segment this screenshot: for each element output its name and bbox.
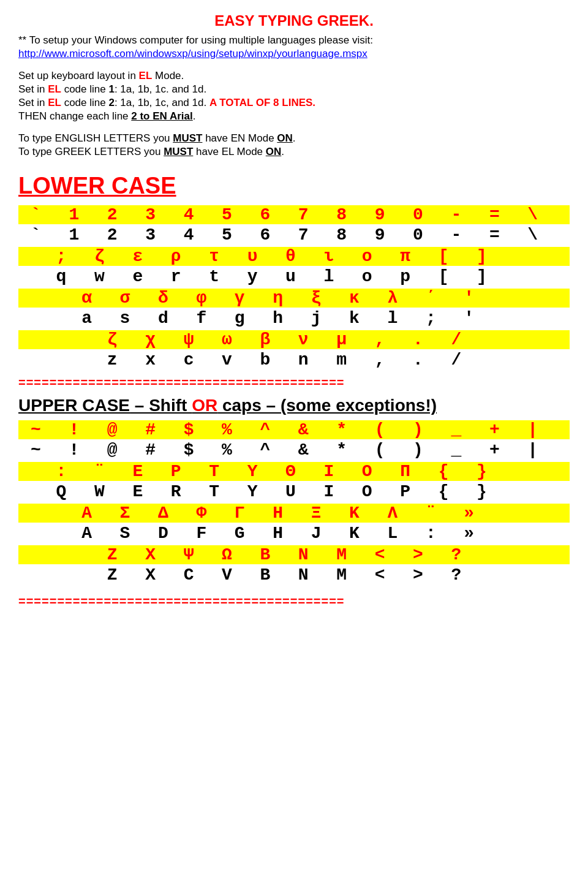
upper-row-pair-zxcv: Ζ Χ Ψ Ω Β Ν Μ < > ? Z X C V B N M < > ?: [18, 545, 570, 584]
upper-case-title: UPPER CASE – Shift OR caps – (some excep…: [18, 396, 570, 415]
lower-yellow-asdf: α σ δ φ γ η ξ κ λ ΄ ': [18, 289, 570, 308]
upper-row-pair-symbols: ~ ! @ # $ % ^ & * ( ) _ + | ~ ! @ # $ % …: [18, 420, 570, 459]
upper-case-rows: ~ ! @ # $ % ^ & * ( ) _ + | ~ ! @ # $ % …: [18, 420, 570, 584]
upper-yellow-asdf: Α Σ Δ Φ Γ Η Ξ Κ Λ ¨ »: [18, 504, 570, 523]
upper-row-pair-qwerty: : ¨ Ε Ρ Τ Υ Θ Ι Ο Π { } Q W E R T Y U I …: [18, 462, 570, 501]
upper-yellow-symbols: ~ ! @ # $ % ^ & * ( ) _ + |: [18, 420, 570, 439]
row-pair-numbers: ` 1 2 3 4 5 6 7 8 9 0 - = \ ` 1 2 3 4 5 …: [18, 205, 570, 244]
page-title: EASY TYPING GREEK.: [18, 12, 570, 29]
row-pair-qwerty: ; ζ ε ρ τ υ θ ι ο π [ ] q w e r t y u l …: [18, 247, 570, 286]
upper-white-zxcv: Z X C V B N M < > ?: [18, 565, 570, 584]
upper-yellow-qwerty: : ¨ Ε Ρ Τ Υ Θ Ι Ο Π { }: [18, 462, 570, 481]
lower-white-numbers: ` 1 2 3 4 5 6 7 8 9 0 - = \: [18, 225, 570, 244]
intro-code-line1: Set in EL code line 1: 1a, 1b, 1c. and 1…: [18, 83, 570, 96]
separator1: ========================================…: [18, 376, 570, 390]
upper-white-qwerty: Q W E R T Y U I O P { }: [18, 482, 570, 501]
intro-el-mode: Set up keyboard layout in EL Mode.: [18, 70, 570, 82]
intro-link[interactable]: http://www.microsoft.com/windowsxp/using…: [18, 48, 368, 59]
lower-case-rows: ` 1 2 3 4 5 6 7 8 9 0 - = \ ` 1 2 3 4 5 …: [18, 205, 570, 369]
row-pair-asdf: α σ δ φ γ η ξ κ λ ΄ ' a s d f g h j k l …: [18, 289, 570, 328]
intro-greek-line: To type GREEK LETTERS you MUST have EL M…: [18, 146, 570, 158]
upper-row-pair-asdf: Α Σ Δ Φ Γ Η Ξ Κ Λ ¨ » A S D F G H J K L …: [18, 504, 570, 543]
intro-line1: ** To setup your Windows computer for us…: [18, 34, 570, 47]
intro-code-line2: Set in EL code line 2: 1a, 1b, 1c, and 1…: [18, 97, 570, 109]
lower-white-qwerty: q w e r t y u l o p [ ]: [18, 267, 570, 286]
intro-change-line: THEN change each line 2 to EN Arial.: [18, 110, 570, 123]
separator2: ========================================…: [18, 594, 570, 608]
upper-white-asdf: A S D F G H J K L : »: [18, 524, 570, 543]
row-pair-zxcv: ζ χ ψ ω β ν μ , . / z x c v b n m , . /: [18, 330, 570, 369]
intro-english-line: To type ENGLISH LETTERS you MUST have EN…: [18, 132, 570, 145]
upper-white-symbols: ~ ! @ # $ % ^ & * ( ) _ + |: [18, 441, 570, 459]
lower-case-title: LOWER CASE: [18, 173, 570, 199]
lower-yellow-qwerty: ; ζ ε ρ τ υ θ ι ο π [ ]: [18, 247, 570, 266]
upper-yellow-zxcv: Ζ Χ Ψ Ω Β Ν Μ < > ?: [18, 545, 570, 564]
intro-link-line: http://www.microsoft.com/windowsxp/using…: [18, 48, 570, 60]
lower-yellow-zxcv: ζ χ ψ ω β ν μ , . /: [18, 330, 570, 349]
lower-white-zxcv: z x c v b n m , . /: [18, 350, 570, 369]
lower-white-asdf: a s d f g h j k l ; ': [18, 309, 570, 328]
lower-yellow-numbers: ` 1 2 3 4 5 6 7 8 9 0 - = \: [18, 205, 570, 224]
